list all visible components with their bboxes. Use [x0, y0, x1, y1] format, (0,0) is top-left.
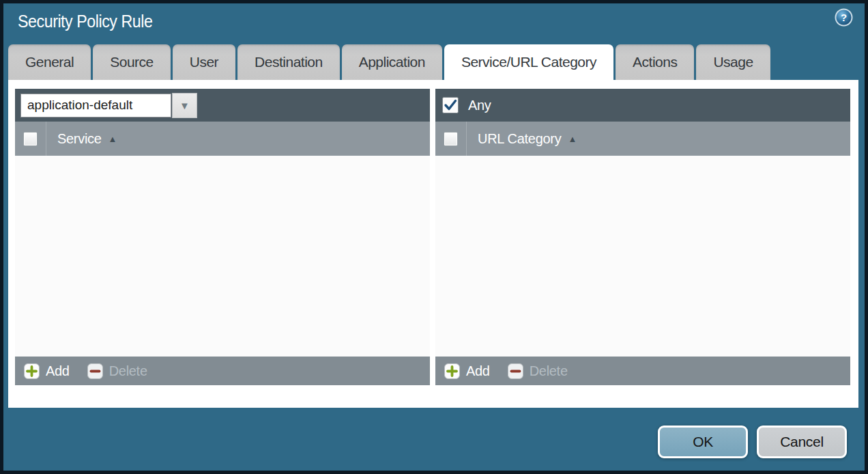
service-type-dropdown-value[interactable]: application-default: [20, 94, 171, 117]
url-category-column-header[interactable]: URL Category: [478, 131, 561, 147]
url-category-add-label: Add: [466, 363, 490, 379]
minus-icon: [508, 363, 523, 379]
url-category-add-button[interactable]: Add: [444, 363, 490, 379]
url-category-table-header: URL Category ▲: [435, 122, 850, 156]
tab-bar: General Source User Destination Applicat…: [8, 44, 770, 80]
tab-usage[interactable]: Usage: [696, 44, 770, 80]
tab-actions[interactable]: Actions: [616, 44, 694, 80]
url-category-toolbar: Add Delete: [435, 357, 850, 385]
ok-button[interactable]: OK: [658, 426, 748, 458]
service-select-all-checkbox[interactable]: [23, 132, 38, 146]
url-category-delete-button[interactable]: Delete: [508, 363, 568, 379]
security-policy-rule-dialog: Security Policy Rule ? General Source Us…: [0, 0, 868, 474]
url-category-delete-label: Delete: [530, 363, 568, 379]
service-type-dropdown: application-default ▼: [20, 93, 197, 118]
url-category-topbar: Any: [435, 89, 850, 122]
cancel-button[interactable]: Cancel: [757, 426, 847, 458]
service-delete-button[interactable]: Delete: [87, 363, 147, 379]
url-category-panel: Any URL Category ▲ Add: [435, 89, 850, 385]
any-checkbox-label[interactable]: Any: [468, 98, 491, 113]
service-topbar: application-default ▼: [15, 89, 430, 122]
service-toolbar: Add Delete: [15, 357, 430, 385]
service-list: [15, 156, 430, 357]
minus-icon: [87, 363, 103, 379]
url-category-select-all-checkbox[interactable]: [444, 132, 458, 146]
help-icon[interactable]: ?: [834, 8, 854, 27]
service-table-header: Service ▲: [15, 122, 430, 156]
service-type-dropdown-button[interactable]: ▼: [172, 93, 197, 118]
url-category-list: [435, 156, 850, 357]
plus-icon: [444, 363, 460, 379]
tab-application[interactable]: Application: [342, 44, 442, 80]
service-add-button[interactable]: Add: [24, 363, 70, 379]
service-delete-label: Delete: [109, 363, 147, 379]
chevron-down-icon: ▼: [179, 100, 190, 111]
tab-destination[interactable]: Destination: [237, 44, 340, 80]
dialog-action-buttons: OK Cancel: [658, 426, 847, 458]
dialog-title: Security Policy Rule: [18, 12, 152, 31]
tab-content-service-url-category: application-default ▼ Service ▲: [8, 80, 858, 408]
sort-asc-icon[interactable]: ▲: [108, 134, 117, 144]
service-column-header[interactable]: Service: [57, 131, 102, 147]
tab-user[interactable]: User: [173, 44, 235, 80]
tab-source[interactable]: Source: [93, 44, 171, 80]
question-mark-glyph: ?: [841, 12, 847, 23]
tab-general[interactable]: General: [8, 44, 91, 80]
service-add-label: Add: [46, 363, 70, 379]
service-panel: application-default ▼ Service ▲: [15, 89, 430, 385]
sort-asc-icon[interactable]: ▲: [568, 134, 577, 144]
plus-icon: [24, 363, 40, 379]
any-checkbox[interactable]: [442, 97, 459, 113]
tab-service-url-category[interactable]: Service/URL Category: [444, 44, 613, 80]
